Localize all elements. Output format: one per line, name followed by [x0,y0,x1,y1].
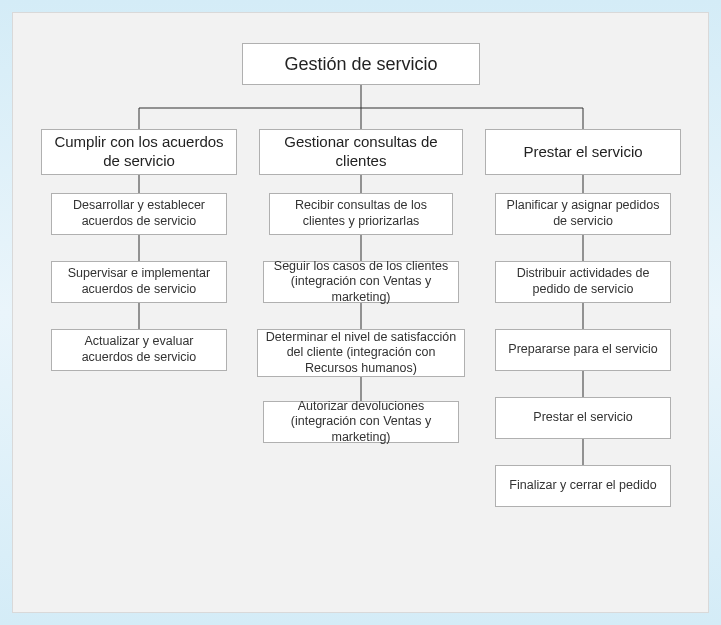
connectors [13,13,708,612]
category-1: Cumplir con los acuerdos de servicio [41,129,237,175]
diagram-panel: Gestión de servicio Cumplir con los acue… [12,12,709,613]
col3-step5: Finalizar y cerrar el pedido [495,465,671,507]
col3-step1: Planificar y asignar pedidos de servicio [495,193,671,235]
category-3: Prestar el servicio [485,129,681,175]
col2-step3: Determinar el nivel de satisfacción del … [257,329,465,377]
col2-step1: Recibir consultas de los clientes y prio… [269,193,453,235]
col3-step4: Prestar el servicio [495,397,671,439]
col3-step3: Prepararse para el servicio [495,329,671,371]
col1-step3: Actualizar y evaluar acuerdos de servici… [51,329,227,371]
col1-step1: Desarrollar y establecer acuerdos de ser… [51,193,227,235]
col3-step2: Distribuir actividades de pedido de serv… [495,261,671,303]
col2-step2: Seguir los casos de los clientes (integr… [263,261,459,303]
col2-step4: Autorizar devoluciones (integración con … [263,401,459,443]
col1-step2: Supervisar e implementar acuerdos de ser… [51,261,227,303]
category-2: Gestionar consultas de clientes [259,129,463,175]
root-node: Gestión de servicio [242,43,480,85]
